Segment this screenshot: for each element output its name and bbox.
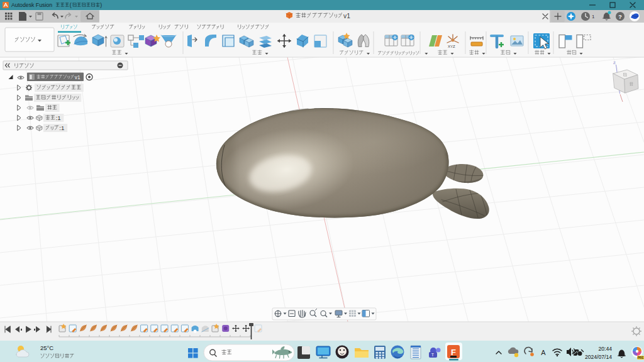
svg-text:XYZ: XYZ xyxy=(448,45,455,48)
svg-text:PRE: PRE xyxy=(638,356,643,359)
svg-text:A: A xyxy=(541,349,546,356)
svg-text:20:44: 20:44 xyxy=(598,346,612,352)
svg-text:v1: v1 xyxy=(343,13,350,19)
svg-text::1: :1 xyxy=(55,114,60,121)
svg-text:25°C: 25°C xyxy=(40,344,53,351)
svg-text:?: ? xyxy=(618,14,622,20)
svg-text:(: ( xyxy=(70,2,72,8)
svg-text::1: :1 xyxy=(59,124,64,131)
svg-text:Z: Z xyxy=(613,61,616,65)
svg-text:): ) xyxy=(100,2,102,8)
svg-text:2024/07/14: 2024/07/14 xyxy=(585,354,612,360)
svg-text:Autodesk Fusion: Autodesk Fusion xyxy=(11,2,52,8)
svg-text:v1: v1 xyxy=(75,75,80,80)
svg-text:F: F xyxy=(451,348,456,357)
svg-text:T: T xyxy=(431,353,435,357)
svg-text:1: 1 xyxy=(592,14,595,19)
